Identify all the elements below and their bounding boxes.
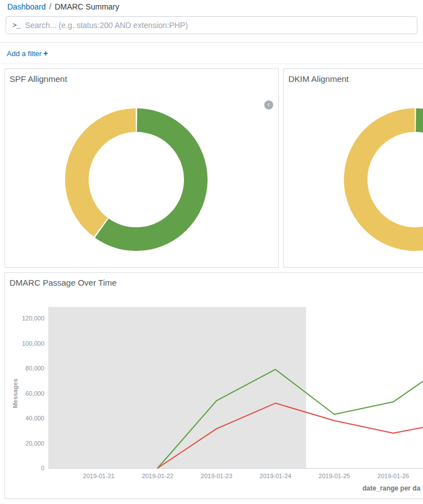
dkim-alignment-panel: DKIM Alignment ‹ [283,68,423,268]
x-tick-label: 2019-01-24 [260,473,291,479]
filterbar-divider [0,63,423,64]
y-tick-label: 0 [41,465,44,471]
spf-donut-chart[interactable] [58,101,215,258]
y-axis-title: Messages [12,379,19,409]
filter-bar: Add a filter+ [7,49,48,58]
dkim-donut-chart[interactable] [337,101,423,258]
dkim-donut-slice-yellow[interactable] [337,101,423,258]
x-tick-label: 2019-01-25 [319,473,350,479]
plus-icon: + [43,49,48,58]
dmarc-passage-panel: DMARC Passage Over Time 020,00040,00060,… [4,272,423,499]
y-tick-label: 60,000 [25,390,44,397]
searchbar-divider [0,42,423,43]
dmarc-passage-line-chart[interactable]: 020,00040,00060,00080,000100,000120,0002… [5,273,423,500]
search-input[interactable] [25,21,417,30]
add-filter-link[interactable]: Add a filter+ [7,49,48,58]
x-tick-label: 2019-01-22 [142,473,173,479]
spf-panel-title: SPF Allignment [10,74,67,84]
x-tick-label: 2019-01-23 [201,473,232,479]
add-filter-label: Add a filter [7,49,42,58]
x-axis-title: date_range per da [362,484,421,492]
y-tick-label: 80,000 [25,365,44,372]
breadcrumb-current: DMARC Summary [54,2,119,11]
search-bar: >_ [6,16,417,34]
breadcrumb-separator: / [49,2,52,11]
y-tick-label: 40,000 [25,415,44,421]
y-tick-label: 20,000 [25,440,44,447]
x-tick-label: 2019-01-26 [378,473,409,479]
legend-toggle-icon[interactable]: ‹ [264,100,273,109]
time-range-shaded-region [48,307,306,468]
dkim-panel-title: DKIM Alignment [288,74,349,84]
breadcrumb-dashboard-link[interactable]: Dashboard [7,2,46,11]
spf-alignment-panel: SPF Allignment ‹ [4,68,279,268]
y-tick-label: 120,000 [22,315,44,322]
y-tick-label: 100,000 [22,340,44,347]
kibana-dashboard-page: { "breadcrumb": { "parent": "Dashboard",… [0,0,423,504]
x-tick-label: 2019-01-21 [83,473,114,479]
breadcrumb: Dashboard/DMARC Summary [7,2,119,11]
query-prompt-icon: >_ [12,21,20,30]
